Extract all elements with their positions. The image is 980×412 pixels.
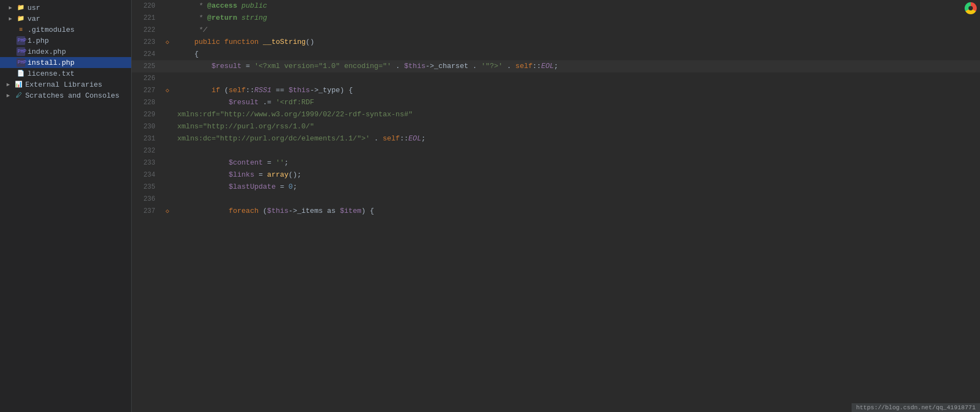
table-row: 223◇ public function __toString() [132, 36, 980, 48]
code-token: $result [211, 62, 241, 70]
code-token: $item [340, 207, 361, 215]
sidebar-item-1php[interactable]: PHP 1.php [0, 35, 131, 46]
git-file-icon: ≡ [16, 25, 25, 34]
code-line [173, 145, 980, 157]
line-number: 236 [132, 193, 162, 205]
code-token: ; [293, 183, 297, 191]
sidebar-item-installphp[interactable]: PHP install.php [0, 57, 131, 68]
code-line: xmlns:rdf="http://www.w3.org/1999/02/22-… [173, 109, 980, 121]
code-token: '"?>' [481, 62, 503, 70]
fold-arrow-icon: ◇ [166, 208, 170, 215]
code-token: ; [284, 159, 289, 167]
sidebar-item-indexphp[interactable]: PHP index.php [0, 46, 131, 57]
table-row: 228 $result .= '<rdf:RDF [132, 97, 980, 109]
chevron-right-icon: ▶ [9, 4, 16, 11]
code-token: ->_type) { [310, 86, 353, 94]
sidebar: ▶ 📁 usr ▶ 📁 var ≡ .gitmodules PHP 1.php … [0, 0, 132, 412]
line-number: 225 [132, 60, 162, 72]
gutter-marker [162, 133, 173, 145]
code-line: xmlns:dc="http://purl.org/dc/elements/1.… [173, 133, 980, 145]
code-token: $content [229, 159, 263, 167]
table-row: 230xmlns="http://purl.org/rss/1.0/" [132, 121, 980, 133]
code-token: 0 [289, 183, 293, 191]
txt-file-icon: 📄 [16, 69, 25, 78]
sidebar-item-label: 1.php [27, 37, 49, 45]
scratches-icon: 🖊 [14, 91, 23, 100]
table-row: 229xmlns:rdf="http://www.w3.org/1999/02/… [132, 109, 980, 121]
code-token: array [267, 171, 289, 179]
table-row: 224 { [132, 48, 980, 60]
code-token: @return [207, 14, 238, 22]
code-token: { [177, 50, 199, 58]
status-bar: https://blog.csdn.net/qq_41918771 [852, 403, 980, 412]
gutter-marker [162, 109, 173, 121]
php-file-icon: PHP [16, 47, 25, 56]
code-line: if (self::RSS1 == $this->_type) { [173, 84, 980, 97]
line-number: 232 [132, 145, 162, 157]
code-token: :: [400, 134, 409, 143]
code-token [177, 159, 229, 167]
code-token: :: [246, 86, 255, 94]
chevron-right-icon: ▶ [9, 15, 16, 22]
code-line: foreach ($this->_items as $item) { [173, 205, 980, 217]
code-token: $this [404, 62, 425, 70]
code-token: function [224, 38, 258, 46]
code-line: $result .= '<rdf:RDF [173, 97, 980, 109]
line-number: 220 [132, 0, 162, 12]
sidebar-item-label: license.txt [27, 70, 75, 78]
sidebar-item-label: index.php [27, 48, 66, 56]
line-number: 237 [132, 205, 162, 217]
sidebar-item-scratches[interactable]: ▶ 🖊 Scratches and Consoles [0, 90, 131, 101]
gutter-marker [162, 193, 173, 205]
code-line: $links = array(); [173, 169, 980, 181]
table-row: 221 * @return string [132, 12, 980, 24]
code-line: * @access public [173, 0, 980, 12]
code-token: RSS1 [254, 86, 271, 94]
sidebar-item-var[interactable]: ▶ 📁 var [0, 13, 131, 24]
line-number: 228 [132, 97, 162, 109]
line-number: 231 [132, 133, 162, 145]
table-row: 225 $result = '<?xml version="1.0" encod… [132, 60, 980, 72]
table-row: 227◇ if (self::RSS1 == $this->_type) { [132, 84, 980, 97]
code-token: = [254, 171, 267, 179]
gutter-marker [162, 121, 173, 133]
sidebar-item-extlibs[interactable]: ▶ 📊 External Libraries [0, 79, 131, 90]
status-url: https://blog.csdn.net/qq_41918771 [856, 404, 976, 411]
php-file-icon: PHP [16, 58, 25, 67]
table-row: 236 [132, 193, 980, 205]
code-token: :: [533, 62, 542, 70]
code-token: $this [267, 207, 289, 215]
code-token: (); [289, 171, 301, 179]
code-token: ( [220, 86, 229, 94]
sidebar-item-label: usr [27, 4, 40, 12]
sidebar-item-label: install.php [27, 59, 75, 67]
fold-arrow-icon: ◇ [166, 87, 170, 94]
chrome-icon [965, 2, 978, 15]
sidebar-item-licensetxt[interactable]: 📄 license.txt [0, 68, 131, 79]
line-number: 222 [132, 24, 162, 36]
code-line: * @return string [173, 12, 980, 24]
code-token: $links [229, 171, 255, 179]
gutter-marker: ◇ [162, 36, 173, 48]
gutter-marker [162, 24, 173, 36]
code-token: xmlns:dc="http://purl.org/dc/elements/1.… [177, 134, 370, 143]
sidebar-item-usr[interactable]: ▶ 📁 usr [0, 2, 131, 13]
table-row: 235 $lastUpdate = 0; [132, 181, 980, 193]
code-editor[interactable]: 220 * @access public221 * @return string… [132, 0, 980, 412]
code-token [177, 62, 211, 70]
code-token: ->_items as [289, 207, 340, 215]
sidebar-item-gitmodules[interactable]: ≡ .gitmodules [0, 24, 131, 35]
code-token: '' [275, 159, 284, 167]
line-number: 224 [132, 48, 162, 60]
line-number: 233 [132, 157, 162, 169]
code-token: . [469, 62, 481, 70]
code-token [177, 207, 229, 215]
code-token: ->_charset [426, 62, 469, 70]
code-token: if [211, 86, 220, 94]
line-number: 227 [132, 84, 162, 97]
table-row: 222 */ [132, 24, 980, 36]
code-line: xmlns="http://purl.org/rss/1.0/" [173, 121, 980, 133]
code-token: == [272, 86, 289, 94]
code-token: = [241, 62, 254, 70]
line-number: 235 [132, 181, 162, 193]
